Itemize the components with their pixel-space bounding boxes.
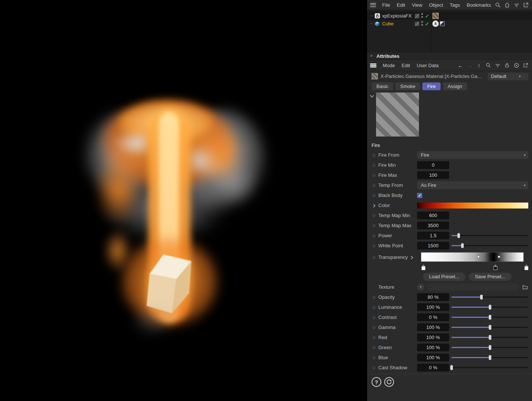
menu-file[interactable]: File	[379, 2, 394, 8]
gradient-stop-marker[interactable]	[525, 264, 528, 270]
visibility-dots[interactable]	[421, 21, 423, 26]
object-row-cube[interactable]: Cube ✓	[367, 20, 532, 28]
filter-icon[interactable]	[494, 62, 501, 69]
smoke-blob	[84, 110, 162, 200]
collapse-chevron-icon[interactable]	[370, 93, 374, 97]
menu-edit-attr[interactable]: Edit	[398, 63, 413, 68]
fire-color-gradient[interactable]	[417, 203, 528, 209]
cube-icon[interactable]	[374, 21, 380, 27]
gradient-knot[interactable]	[477, 256, 480, 258]
cast-shadow-input[interactable]: 0 %	[417, 364, 449, 372]
enabled-check-icon[interactable]: ✓	[425, 13, 429, 19]
temp-map-max-input[interactable]: 3500	[417, 222, 449, 229]
target-icon[interactable]	[513, 62, 520, 69]
up-arrow-icon[interactable]: ↑	[476, 62, 482, 69]
viewport-3d[interactable]	[0, 0, 367, 401]
smoke-patch	[115, 130, 158, 157]
tab-fire[interactable]: Fire	[422, 82, 440, 90]
close-icon[interactable]: ×	[370, 53, 373, 59]
red-input[interactable]: 100 %	[417, 333, 449, 341]
material-preview-image[interactable]	[376, 93, 419, 137]
tab-basic[interactable]: Basic	[372, 82, 393, 90]
param-label: Power	[378, 233, 417, 238]
menu-user-data[interactable]: User Data	[413, 63, 442, 68]
tab-assign[interactable]: Assign	[443, 82, 467, 90]
blue-input[interactable]: 100 %	[417, 354, 449, 361]
expand-chevron-icon[interactable]	[372, 203, 378, 208]
menu-bookmarks[interactable]: Bookmarks	[463, 2, 494, 8]
folder-icon[interactable]	[522, 284, 528, 291]
fire-from-dropdown[interactable]: Fire	[417, 151, 528, 159]
enable-toggle-icon[interactable]	[415, 22, 419, 26]
flame-tag-icon[interactable]	[432, 21, 439, 27]
transparency-gradient[interactable]	[421, 252, 524, 262]
forward-arrow-icon[interactable]: →	[466, 62, 473, 69]
menu-tags[interactable]: Tags	[447, 2, 463, 8]
param-row-red: ◇ Red 100 %	[372, 333, 528, 341]
gradient-stop-marker[interactable]	[494, 264, 497, 270]
menu-edit[interactable]: Edit	[394, 2, 409, 8]
enabled-check-icon[interactable]: ✓	[425, 21, 429, 27]
gradient-knot[interactable]	[498, 256, 500, 258]
hamburger-menu-icon[interactable]	[370, 3, 376, 7]
flag-tag-icon[interactable]	[440, 21, 445, 26]
temp-from-dropdown[interactable]: As Fire	[417, 181, 528, 189]
tab-smoke[interactable]: Smoke	[395, 82, 420, 90]
opacity-input[interactable]: 80 %	[417, 293, 449, 301]
attributes-menubar: Mode Edit User Data ← → ↑	[367, 60, 532, 71]
opacity-slider[interactable]	[451, 293, 528, 301]
contrast-input[interactable]: 0 %	[417, 313, 449, 321]
back-arrow-icon[interactable]: ←	[457, 62, 464, 69]
fire-max-input[interactable]: 100	[417, 171, 449, 179]
material-preview-swatch[interactable]	[372, 73, 378, 79]
popout-icon[interactable]	[522, 1, 529, 8]
dropdown-value: As Fire	[421, 182, 436, 188]
menu-mode[interactable]: Mode	[379, 63, 398, 68]
power-input[interactable]: 1.5	[417, 232, 449, 239]
load-preset-button[interactable]: Load Preset...	[423, 273, 465, 281]
luminance-input[interactable]: 100 %	[417, 303, 449, 311]
texture-input[interactable]	[426, 283, 519, 291]
reset-icon[interactable]	[384, 377, 394, 387]
help-icon[interactable]: ?	[372, 377, 381, 387]
fire-min-input[interactable]: 0	[417, 161, 449, 169]
visibility-dots[interactable]	[421, 13, 423, 18]
blue-slider[interactable]	[451, 354, 528, 361]
object-row-xpexplosiafx[interactable]: xpExplosiaFX ✓	[367, 12, 532, 20]
param-row-green: ◇ Green 100 %	[372, 344, 528, 351]
texture-dropdown-button[interactable]: ▾	[417, 283, 424, 291]
temp-map-min-input[interactable]: 600	[417, 212, 449, 219]
transparency-gradient-stops[interactable]	[424, 264, 527, 270]
luminance-slider[interactable]	[451, 303, 528, 311]
green-slider[interactable]	[451, 344, 528, 351]
attributes-footer: ?	[367, 374, 532, 387]
material-tag-swatch[interactable]	[432, 13, 439, 19]
white-point-slider[interactable]	[451, 242, 528, 250]
menu-view[interactable]: View	[409, 2, 426, 8]
search-icon[interactable]	[494, 1, 501, 8]
filter-icon[interactable]	[513, 1, 520, 8]
object-name[interactable]: Cube	[382, 21, 394, 26]
black-body-checkbox[interactable]: ✓	[417, 193, 422, 198]
home-icon[interactable]	[504, 1, 510, 8]
green-input[interactable]: 100 %	[417, 344, 449, 351]
white-point-input[interactable]: 1500	[417, 242, 449, 250]
search-icon[interactable]	[485, 62, 492, 69]
save-preset-button[interactable]: Save Preset...	[469, 273, 511, 281]
gamma-input[interactable]: 100 %	[417, 323, 449, 331]
explosia-flame-icon[interactable]	[374, 13, 380, 19]
red-slider[interactable]	[451, 333, 528, 341]
contrast-slider[interactable]	[451, 313, 528, 321]
gamma-slider[interactable]	[451, 323, 528, 331]
object-name[interactable]: xpExplosiaFX	[382, 13, 411, 19]
popout-icon[interactable]	[522, 62, 529, 69]
gradient-stop-marker[interactable]	[422, 264, 425, 270]
attributes-hamburger-icon[interactable]	[370, 63, 376, 68]
preset-dropdown[interactable]: Default ▾	[488, 73, 528, 80]
lock-icon[interactable]	[504, 62, 510, 69]
enable-toggle-icon[interactable]	[415, 14, 419, 18]
expand-chevron-icon[interactable]	[410, 256, 413, 259]
menu-object[interactable]: Object	[426, 2, 447, 8]
cast-shadow-slider[interactable]	[451, 364, 528, 372]
power-slider[interactable]	[451, 232, 528, 239]
